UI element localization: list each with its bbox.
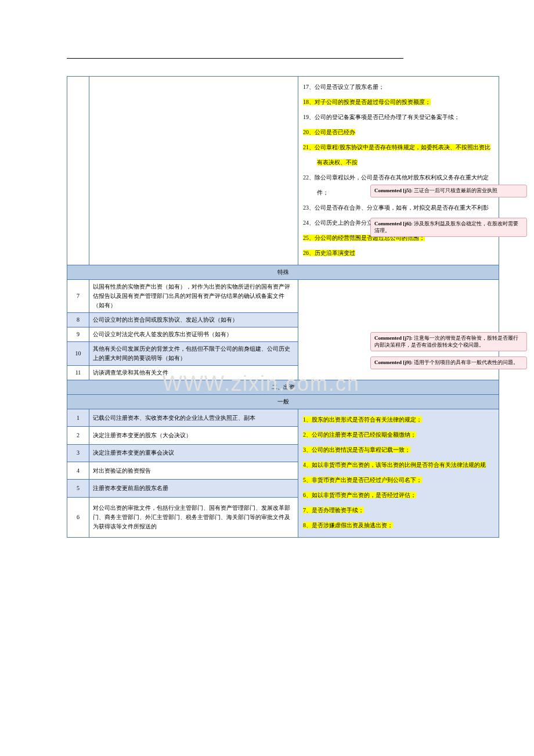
- section2-header: 二、出资: [67, 380, 499, 395]
- item-17: 17、公司是否设立了股东名册；: [303, 80, 494, 94]
- row-desc-7: 以国有性质的实物资产出资（如有），对作为出资的实物所进行的国有资产评估报告以及国…: [89, 280, 298, 313]
- row-desc-9: 公司设立时法定代表人签发的股东出资证明书（如有）: [89, 327, 298, 342]
- item-21: 21、公司章程/股东协议中是否存在特殊规定，如委托表决、不按照出资比: [303, 141, 494, 154]
- s2r-7: 7、是否办理验资手续；: [303, 503, 494, 517]
- comment-j7-label: Commented [j7]:: [374, 335, 413, 341]
- s2r-1: 1、股东的出资形式是否符合有关法律的规定；: [303, 413, 494, 427]
- row-desc-8: 公司设立时的出资合同或股东协议、发起人协议（如有）: [89, 313, 298, 327]
- comment-j9-label: Commented [j9]:: [374, 359, 413, 365]
- comment-j5-label: Commented [j5]:: [374, 188, 413, 193]
- item-23: 23、公司是否存在合并、分立事项，如有，对拟交易是否存在重大不利影: [303, 201, 494, 215]
- s2-desc-6: 对公司出资的审批文件，包括行业主管部门、国有资产管理部门、发展改革部门、商务主管…: [89, 497, 298, 537]
- s2-desc-1: 记载公司注册资本、实收资本变化的企业法人营业执照正、副本: [89, 409, 298, 427]
- comment-j6: Commented [j6]: 涉及股东利益及股东会稳定性，在股改时需要清理。: [370, 218, 527, 237]
- row-num-8: 8: [67, 313, 89, 327]
- s2-num-6: 6: [67, 497, 89, 537]
- row-desc-11: 访谈调查笔录和其他有关文件: [89, 366, 298, 380]
- item-18: 18、对子公司的投资是否超过母公司的投资额度；: [303, 95, 494, 109]
- comment-j5-text: 三证合一后可只核查最新的营业执照: [414, 188, 497, 193]
- general-header: 一般: [67, 395, 499, 409]
- comment-j9-text: 适用于个别项目的具有非一般代表性的问题。: [414, 359, 518, 365]
- empty-num-cell: [67, 77, 89, 265]
- item-19: 19、公司的登记备案事项是否已经办理了有关登记备案手续；: [303, 110, 494, 124]
- row-num-10: 10: [67, 342, 89, 366]
- main-table: 17、公司是否设立了股东名册； 18、对子公司的投资是否超过母公司的投资额度； …: [67, 76, 499, 538]
- s2-num-5: 5: [67, 480, 89, 497]
- s2-num-2: 2: [67, 427, 89, 444]
- header-divider: [67, 58, 403, 59]
- item-26: 26、历史沿革演变过: [303, 246, 494, 260]
- s2-desc-3: 决定注册资本变更的董事会决议: [89, 444, 298, 462]
- item-20: 20、公司是否已经办: [303, 125, 494, 139]
- s2r-3: 3、公司的出资情况是否与章程记载一致；: [303, 443, 494, 457]
- s2r-2: 2、公司的注册资本是否已经按期全额缴纳；: [303, 428, 494, 442]
- s2-num-4: 4: [67, 462, 89, 480]
- comment-j7: Commented [j7]: 注意每一次的增资是否有验资，股转是否履行内部决策…: [370, 332, 527, 351]
- s2-num-3: 3: [67, 444, 89, 462]
- row-num-11: 11: [67, 366, 89, 380]
- comment-j5: Commented [j5]: 三证合一后可只核查最新的营业执照: [370, 185, 527, 197]
- s2-desc-5: 注册资本变更前后的股东名册: [89, 480, 298, 497]
- s2-desc-2: 决定注册资本变更的股东（大会决议）: [89, 427, 298, 444]
- s2r-5: 5、非货币资产出资是否已经过户到公司名下；: [303, 473, 494, 487]
- s2-right-cell: 1、股东的出资形式是否符合有关法律的规定； 2、公司的注册资本是否已经按期全额缴…: [298, 409, 499, 538]
- s2r-4: 4、如以非货币资产出资的，该等出资的比例是否符合有关法律法规的规: [303, 458, 494, 472]
- s2-desc-4: 对出资验证的验资报告: [89, 462, 298, 480]
- row-desc-10: 其他有关公司发展历史的背景文件，包括但不限于公司的前身组建、公司历史上的重大时间…: [89, 342, 298, 366]
- s2-num-1: 1: [67, 409, 89, 427]
- s2r-8: 8、是否涉嫌虚假出资及抽逃出资；: [303, 519, 494, 532]
- row-num-7: 7: [67, 280, 89, 313]
- s2r-6: 6、如以非货币资产出资的，是否经过评估；: [303, 488, 494, 502]
- item-21b: 有表决权、不按: [303, 156, 494, 170]
- item-22: 22、除公司章程以外，公司是否存在其他对股东权利或义务存在重大约定: [303, 171, 494, 185]
- comment-j9: Commented [j9]: 适用于个别项目的具有非一般代表性的问题。: [370, 357, 527, 369]
- special-header: 特殊: [67, 265, 499, 280]
- empty-desc-cell: [89, 77, 298, 265]
- comment-j6-label: Commented [j6]:: [374, 221, 413, 226]
- row-num-9: 9: [67, 327, 89, 342]
